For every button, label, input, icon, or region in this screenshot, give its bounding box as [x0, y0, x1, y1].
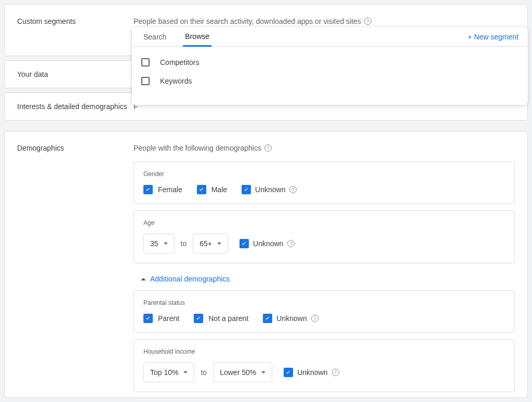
checkbox-checked-icon: [197, 185, 206, 194]
gender-box: Gender Female Male Unknown: [134, 162, 515, 204]
tab-search[interactable]: Search: [141, 27, 168, 46]
segments-dropdown-panel: Search Browse + New segment Competitors …: [132, 27, 528, 105]
help-icon[interactable]: [332, 369, 339, 376]
income-to-text: to: [201, 368, 207, 377]
checkbox-unchecked-icon[interactable]: [141, 77, 150, 85]
help-icon[interactable]: [364, 18, 371, 25]
help-icon[interactable]: [287, 240, 295, 247]
checkbox-checked-icon: [242, 185, 251, 194]
gender-unknown-checkbox[interactable]: Unknown: [242, 185, 297, 194]
age-box: Age 35 to 65+ Unknown: [134, 210, 515, 263]
income-box: Household income Top 10% to Lower 50%: [134, 339, 515, 392]
checkbox-checked-icon: [194, 314, 203, 323]
checkbox-checked-icon: [143, 185, 153, 194]
checkbox-checked-icon: [143, 314, 153, 323]
custom-segments-label: Custom segments: [17, 17, 134, 25]
income-unknown-checkbox[interactable]: Unknown: [284, 368, 339, 377]
parent-checkbox[interactable]: Parent: [143, 314, 179, 323]
income-title: Household income: [143, 348, 505, 355]
caret-down-icon: [217, 243, 221, 245]
age-unknown-checkbox[interactable]: Unknown: [240, 239, 295, 248]
help-icon[interactable]: [289, 186, 297, 193]
income-to-select[interactable]: Lower 50%: [213, 363, 272, 382]
tab-browse[interactable]: Browse: [183, 28, 211, 47]
gender-title: Gender: [143, 170, 505, 178]
not-a-parent-checkbox[interactable]: Not a parent: [194, 314, 248, 323]
custom-segments-description: People based on their search activity, d…: [134, 17, 515, 25]
help-icon[interactable]: [311, 315, 318, 322]
caret-down-icon: [164, 243, 168, 245]
checkbox-unchecked-icon[interactable]: [141, 58, 150, 66]
gender-male-checkbox[interactable]: Male: [197, 185, 227, 194]
parental-box: Parental status Parent Not a parent U: [134, 290, 515, 333]
parental-unknown-checkbox[interactable]: Unknown: [263, 314, 318, 323]
demographics-label: Demographics: [17, 144, 134, 152]
segment-item-keywords[interactable]: Keywords: [141, 72, 518, 90]
your-data-label: Your data: [17, 70, 134, 78]
age-title: Age: [143, 219, 505, 226]
new-segment-link[interactable]: + New segment: [468, 33, 518, 41]
additional-demographics-toggle[interactable]: Additional demographics: [134, 270, 515, 290]
age-to-text: to: [181, 239, 187, 248]
help-icon[interactable]: [264, 144, 272, 152]
age-from-select[interactable]: 35: [143, 234, 175, 253]
parental-title: Parental status: [143, 299, 505, 306]
demographics-description: People with the following demographics: [134, 144, 515, 152]
income-from-select[interactable]: Top 10%: [143, 363, 194, 382]
caret-down-icon: [261, 371, 265, 373]
caret-down-icon: [183, 371, 188, 373]
interests-label: Interests & detailed demographics: [17, 102, 134, 111]
gender-female-checkbox[interactable]: Female: [143, 185, 182, 194]
demographics-card: Demographics People with the following d…: [4, 131, 528, 398]
age-to-select[interactable]: 65+: [193, 234, 228, 253]
checkbox-checked-icon: [263, 314, 272, 323]
segment-item-competitors[interactable]: Competitors: [141, 53, 518, 72]
checkbox-checked-icon: [240, 239, 249, 248]
checkbox-checked-icon: [284, 368, 293, 377]
chevron-up-icon: [141, 278, 146, 280]
